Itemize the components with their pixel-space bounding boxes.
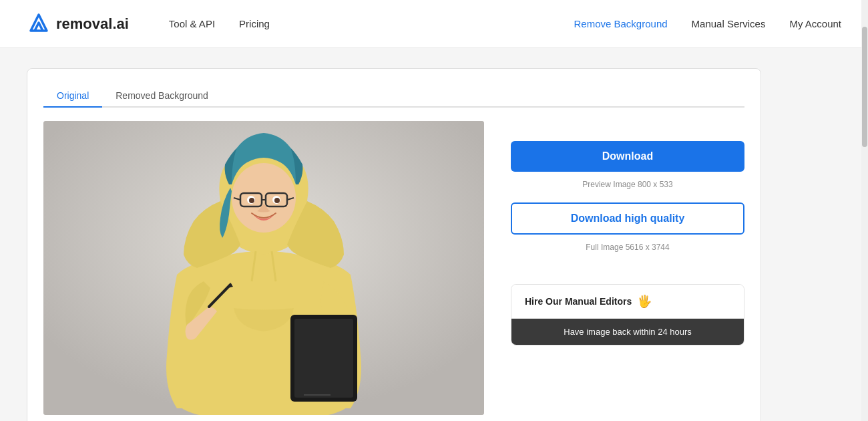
- full-image-label: Full Image 5616 x 3744: [511, 243, 744, 252]
- main-card: Original Removed Background: [27, 68, 761, 421]
- right-panel: Download Preview Image 800 x 533 Downloa…: [511, 121, 744, 345]
- nav-manual-services[interactable]: Manual Services: [692, 18, 766, 29]
- nav-pricing[interactable]: Pricing: [239, 18, 270, 29]
- person-image: [43, 121, 484, 415]
- hire-editors-top: Hire Our Manual Editors 🖐: [511, 285, 744, 319]
- tab-removed-background[interactable]: Removed Background: [102, 85, 222, 108]
- tab-original[interactable]: Original: [43, 85, 102, 108]
- preview-label: Preview Image 800 x 533: [511, 180, 744, 189]
- content-row: Download Preview Image 800 x 533 Downloa…: [43, 121, 744, 415]
- nav-my-account[interactable]: My Account: [789, 18, 841, 29]
- download-button[interactable]: Download: [511, 141, 744, 172]
- logo-text: removal.ai: [56, 15, 129, 33]
- hire-editors-subtitle: Have image back within 24 hours: [511, 319, 744, 345]
- logo-icon: [27, 12, 51, 36]
- nav-left: Tool & API Pricing: [169, 18, 270, 29]
- hire-editors-title: Hire Our Manual Editors: [525, 296, 632, 307]
- svg-point-4: [232, 163, 296, 233]
- hire-editors-card[interactable]: Hire Our Manual Editors 🖐 Have image bac…: [511, 284, 744, 345]
- page-scrollbar-thumb[interactable]: [862, 27, 867, 147]
- logo[interactable]: removal.ai: [27, 12, 129, 36]
- svg-point-12: [249, 198, 254, 203]
- svg-point-13: [274, 198, 280, 203]
- svg-rect-17: [294, 319, 353, 398]
- nav-remove-background[interactable]: Remove Background: [574, 18, 667, 29]
- download-high-quality-button[interactable]: Download high quality: [511, 202, 744, 235]
- tab-bar: Original Removed Background: [43, 85, 744, 108]
- nav-right: Remove Background Manual Services My Acc…: [574, 18, 841, 29]
- image-preview: [43, 121, 484, 415]
- main-content: Original Removed Background: [0, 48, 868, 421]
- page-scrollbar[interactable]: [861, 0, 868, 421]
- hire-editors-emoji: 🖐: [637, 294, 652, 309]
- nav-tool-api[interactable]: Tool & API: [169, 18, 215, 29]
- header: removal.ai Tool & API Pricing Remove Bac…: [0, 0, 868, 48]
